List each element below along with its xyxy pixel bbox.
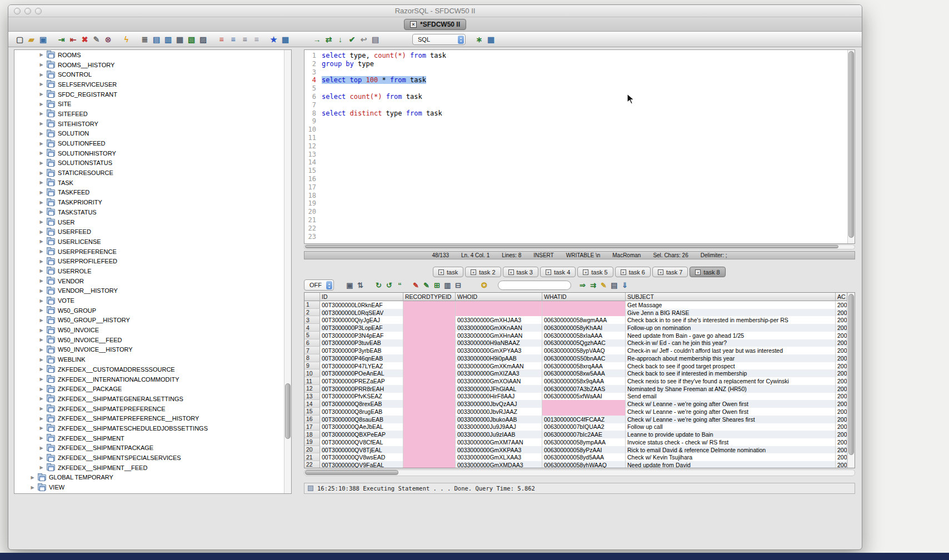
- commit-check-icon[interactable]: ✔: [346, 33, 358, 45]
- grid-vscrollbar-thumb[interactable]: [848, 294, 854, 455]
- expand-triangle-icon[interactable]: ▶: [39, 151, 44, 156]
- tree-item[interactable]: ▶SELFSERVICEUSER: [14, 79, 291, 89]
- row-number-cell[interactable]: 16: [304, 416, 320, 423]
- grid-cell[interactable]: Check w/ Kevin Tsujihara: [626, 453, 836, 461]
- table-row[interactable]: 2000T3000000QV8TjEAL0033000000GmXKPAA300…: [304, 446, 847, 454]
- tree-scrollbar-thumb[interactable]: [285, 383, 291, 439]
- grid-cell[interactable]: 200: [836, 438, 847, 446]
- grid-cell[interactable]: 00T3000000PfvKSEAZ: [320, 393, 403, 401]
- grid-hscrollbar[interactable]: [304, 469, 855, 476]
- reconnect-icon[interactable]: ⇄: [323, 33, 334, 45]
- table-row[interactable]: 1500T3000000Q8rugEAB0033000000JbvRJAAZCh…: [304, 408, 847, 416]
- grid-cell[interactable]: 00T3000000P46qnEAB: [320, 354, 403, 362]
- grid-cell[interactable]: 006300000058yKhAAI: [542, 324, 626, 332]
- table-row[interactable]: 600T3000000P3tuvEAB0033000000H9aNBAAZ006…: [304, 339, 847, 347]
- grid-cell[interactable]: [403, 309, 456, 317]
- editor-line[interactable]: [322, 117, 855, 126]
- tree-item[interactable]: ▶ZKFEDEX__CUSTOMADDRESSSOURCE: [14, 364, 291, 374]
- expand-triangle-icon[interactable]: ▶: [39, 229, 44, 234]
- grid-cell[interactable]: 200: [836, 347, 847, 354]
- tree-item[interactable]: ▶SFDC_REGISTRANT: [14, 89, 291, 99]
- row-number-cell[interactable]: 14: [304, 400, 320, 408]
- grid-cell[interactable]: 00T3000000P47LYEAZ: [320, 362, 403, 370]
- grid-cell[interactable]: Check back in to see if she's interested…: [626, 316, 836, 324]
- tree-item[interactable]: ▶ROOMS__HISTORY: [14, 60, 291, 70]
- grid-cell[interactable]: 200: [836, 377, 847, 385]
- grid-cell[interactable]: 200: [836, 324, 847, 332]
- grid-cell[interactable]: 00T3000000QV8TjEAL: [320, 446, 403, 454]
- expand-triangle-icon[interactable]: ▶: [39, 180, 44, 185]
- column-header[interactable]: ID: [320, 293, 403, 301]
- grid-cell[interactable]: 0033000000GmXOiAAN: [456, 377, 542, 385]
- tree-item[interactable]: ▶GLOBAL TEMPORARY: [14, 473, 291, 483]
- grid-cell[interactable]: 00T3000000L0RqSEAV: [320, 309, 403, 317]
- editor-line[interactable]: [322, 199, 855, 208]
- row-number-cell[interactable]: 19: [304, 438, 320, 446]
- grid-cell[interactable]: 0033000000Ju9J9AAJ: [456, 423, 542, 431]
- editor-line[interactable]: [322, 167, 855, 175]
- list-blue-icon[interactable]: ≡: [227, 33, 239, 45]
- grid-cell[interactable]: 006300000058yPzAAI: [542, 446, 626, 454]
- grid-cell[interactable]: 200: [836, 453, 847, 461]
- expand-triangle-icon[interactable]: ▶: [39, 357, 44, 362]
- tree-item[interactable]: ▶W50_GROUP__HISTORY: [14, 316, 291, 326]
- save-icon[interactable]: ▣: [37, 33, 49, 45]
- grid-cell[interactable]: 0033000000GmXM7AAN: [456, 438, 542, 446]
- grid-cell[interactable]: 00630000007bIQUAA2: [542, 423, 626, 431]
- close-tab-icon[interactable]: ×: [438, 269, 444, 275]
- tree-item[interactable]: ▶ZKFEDEX__SHIPMATEGENERALSETTINGS: [14, 394, 291, 404]
- tree-item[interactable]: ▶SOLUTIONHISTORY: [14, 148, 291, 158]
- tree-item[interactable]: ▶STATICRESOURCE: [14, 168, 291, 178]
- table-row[interactable]: 200T3000000L0RqSEAVGive Jenn a BIG RAISE…: [304, 309, 847, 317]
- editor-line[interactable]: [322, 192, 855, 200]
- result-tab[interactable]: ×task 6: [615, 267, 651, 277]
- tree-item[interactable]: ▶TASKFEED: [14, 188, 291, 198]
- column-header[interactable]: SUBJECT: [626, 293, 836, 301]
- grid-cell[interactable]: 00T3000000PREZaEAP: [320, 377, 403, 385]
- sql-editor[interactable]: 1234567891011121314151617181920212223 se…: [304, 49, 855, 244]
- grid-cell[interactable]: [403, 446, 456, 454]
- expand-triangle-icon[interactable]: ▶: [39, 52, 44, 57]
- expand-triangle-icon[interactable]: ▶: [39, 278, 44, 283]
- copy-icon[interactable]: ▥: [162, 33, 174, 45]
- tree-item[interactable]: ▶VOTE: [14, 296, 291, 306]
- grid-cell[interactable]: 00T3000000QV8CfEAL: [320, 438, 403, 446]
- grid-cell[interactable]: Check nexis to see if they've found a re…: [626, 377, 836, 385]
- grid-cell[interactable]: [403, 347, 456, 354]
- editor-hscrollbar-thumb[interactable]: [305, 245, 838, 248]
- row-number-cell[interactable]: 3: [304, 316, 320, 324]
- grid-cell[interactable]: 0033000000Ju9zIAAB: [456, 431, 542, 438]
- expand-triangle-icon[interactable]: ▶: [39, 102, 44, 107]
- result-tab[interactable]: ×task 5: [577, 267, 613, 277]
- editor-line[interactable]: select type, count(*) from task: [322, 52, 855, 60]
- tree-item[interactable]: ▶VENDOR: [14, 276, 291, 286]
- tree-item[interactable]: ▶ZKFEDEX__SHIPMENT: [14, 433, 291, 443]
- grid-cell[interactable]: [403, 301, 456, 309]
- editor-line[interactable]: [322, 142, 855, 151]
- grid-cell[interactable]: Follow up call: [626, 423, 836, 431]
- row-number-cell[interactable]: 21: [304, 453, 320, 461]
- expand-triangle-icon[interactable]: ▶: [39, 190, 44, 195]
- expand-triangle-icon[interactable]: ▶: [39, 161, 44, 166]
- grid-cell[interactable]: 200: [836, 461, 847, 468]
- table-row[interactable]: 500T3000000P3N4pEAF0033000000GmXHnAAN006…: [304, 332, 847, 339]
- table-row[interactable]: 1300T3000000PfvKSEAZ0033000000HirF8AAJ00…: [304, 393, 847, 401]
- tree-item[interactable]: ▶ZKFEDEX__SHIPMENTPACKAGE: [14, 443, 291, 453]
- table-row[interactable]: 1800T3000000QBXPeEAP0033000000Ju9zIAAB00…: [304, 431, 847, 438]
- tree-item[interactable]: ▶TASKPRIORITY: [14, 197, 291, 207]
- grid-cell[interactable]: 200: [836, 354, 847, 362]
- tree-item[interactable]: ▶USERPROFILEFEED: [14, 256, 291, 266]
- tree-item[interactable]: ▶USERFEED: [14, 227, 291, 237]
- import-icon[interactable]: ⇥: [56, 33, 67, 45]
- grid-cell[interactable]: Check w/ Leanne - we're going after Shea…: [626, 416, 836, 423]
- expand-triangle-icon[interactable]: ▶: [39, 426, 44, 431]
- grid-cell[interactable]: [403, 339, 456, 347]
- grid-cell[interactable]: Check w/ Leanne - we're going after Owen…: [626, 400, 836, 408]
- expand-triangle-icon[interactable]: ▶: [39, 111, 44, 116]
- grid-cell[interactable]: Invoice status check - check w/ RS first: [626, 438, 836, 446]
- grid-vscrollbar[interactable]: [847, 293, 855, 468]
- tree-item[interactable]: ▶SITE: [14, 99, 291, 109]
- grid-cell[interactable]: [403, 453, 456, 461]
- editor-line[interactable]: select top 100 * from task: [322, 76, 855, 84]
- grid-cell[interactable]: 00T3000000P3LopEAF: [320, 324, 403, 332]
